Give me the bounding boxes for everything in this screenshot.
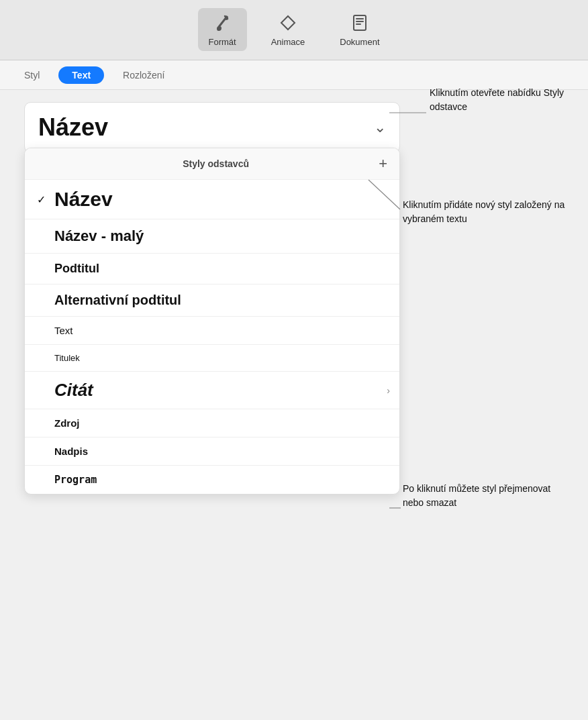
dropdown-header: Styly odstavců + — [25, 148, 399, 180]
callout-add: Kliknutím přidáte nový styl založený na … — [403, 198, 571, 226]
svg-rect-2 — [356, 21, 364, 22]
list-item[interactable]: Citát › — [25, 372, 399, 409]
toolbar: Formát Animace Dokument — [0, 0, 588, 60]
checkmark-icon: ✓ — [37, 193, 48, 206]
list-item[interactable]: ✓ Název — [25, 180, 399, 219]
list-item[interactable]: Titulek — [25, 345, 399, 372]
svg-rect-0 — [354, 15, 366, 30]
style-alt-podtitul-label: Alternativní podtitul — [54, 293, 181, 308]
paintbrush-icon — [211, 12, 233, 34]
callout-styles: Kliknutím otevřete nabídku Styly odstavc… — [430, 86, 577, 114]
dropdown-header-title: Styly odstavců — [53, 158, 379, 169]
add-style-button[interactable]: + — [379, 156, 387, 171]
style-zdroj-label: Zdroj — [54, 417, 80, 429]
format-label: Formát — [209, 37, 236, 47]
callout-rename: Po kliknutí můžete styl přejmenovat nebo… — [403, 482, 571, 510]
diamond-icon — [277, 12, 299, 34]
format-button[interactable]: Formát — [198, 8, 247, 51]
chevron-right-icon: › — [387, 385, 390, 396]
animace-button[interactable]: Animace — [260, 8, 316, 51]
style-selector[interactable]: Název ⌄ — [24, 102, 400, 153]
svg-rect-1 — [356, 18, 364, 19]
list-item[interactable]: Nadpis — [25, 438, 399, 466]
list-item[interactable]: Zdroj — [25, 409, 399, 438]
style-nazev-maly-label: Název - malý — [54, 227, 144, 245]
tab-rozlozeni[interactable]: Rozložení — [109, 66, 178, 84]
style-program-label: Program — [54, 474, 97, 486]
list-item[interactable]: Název - malý — [25, 219, 399, 254]
style-dropdown-arrow: ⌄ — [374, 119, 386, 136]
style-nazev-label: Název — [54, 188, 113, 211]
current-style-name: Název — [38, 113, 108, 142]
animace-label: Animace — [271, 37, 305, 47]
document-icon — [349, 12, 371, 34]
style-citat-label: Citát — [54, 380, 93, 401]
list-item[interactable]: Text — [25, 317, 399, 345]
list-item[interactable]: Alternativní podtitul — [25, 285, 399, 317]
list-item[interactable]: Program — [25, 466, 399, 494]
dokument-button[interactable]: Dokument — [329, 8, 390, 51]
svg-rect-3 — [356, 23, 361, 25]
paragraph-styles-dropdown: Styly odstavců + ✓ Název Název - malý Po… — [24, 148, 400, 495]
style-podtitul-label: Podtitul — [54, 262, 99, 276]
style-nadpis-label: Nadpis — [54, 446, 88, 457]
style-titulek-label: Titulek — [54, 353, 80, 363]
style-text-label: Text — [54, 325, 73, 336]
dokument-label: Dokument — [340, 37, 379, 47]
tab-text[interactable]: Text — [58, 66, 104, 84]
tab-styl[interactable]: Styl — [11, 66, 53, 84]
list-item[interactable]: Podtitul — [25, 254, 399, 285]
